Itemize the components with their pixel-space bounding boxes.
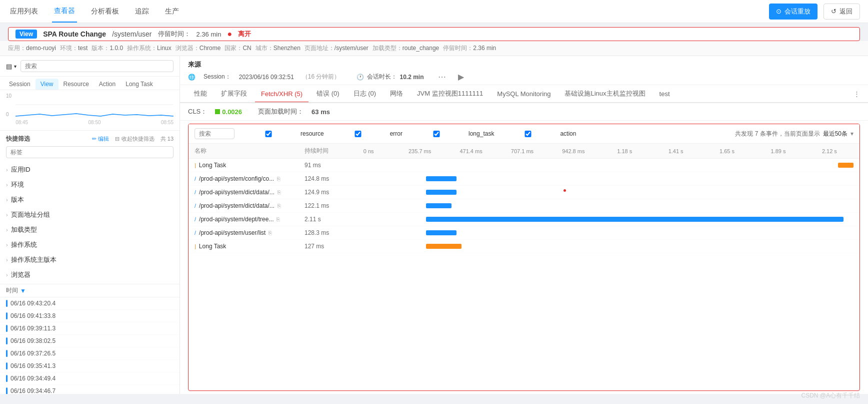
tab-test[interactable]: test	[654, 86, 676, 103]
play-icon[interactable]: ▶	[458, 72, 464, 82]
time-bar-indicator	[6, 312, 8, 319]
expand-icon: ›	[6, 272, 8, 278]
tab-view[interactable]: View	[36, 79, 58, 90]
row-duration: 91 ms	[304, 162, 344, 169]
copy-icon[interactable]: ⎘	[268, 230, 272, 236]
filter-item-os[interactable]: › 操作系统	[0, 237, 180, 252]
table-row[interactable]: / /prod-api/system/config/co... ⎘ 124.8 …	[188, 172, 860, 186]
row-timeline	[344, 175, 854, 183]
table-row[interactable]: / /prod-api/system/dept/tree... ⎘ 2.11 s	[188, 213, 860, 226]
route-change-bar: View SPA Route Change /system/user 停留时间：…	[8, 27, 860, 41]
timeline-bar	[838, 163, 854, 168]
tab-fetch-xhr[interactable]: Fetch/XHR (5)	[255, 86, 308, 103]
tab-session[interactable]: Session	[4, 79, 36, 90]
back-button[interactable]: ↺ 返回	[824, 4, 860, 20]
filter-item-version[interactable]: › 版本	[0, 192, 180, 207]
checkbox-long-task[interactable]: long_task	[406, 130, 494, 137]
nav-viewer[interactable]: 查看器	[52, 1, 77, 23]
sort-icon: ▼	[20, 287, 26, 294]
copy-icon[interactable]: ⎘	[277, 176, 280, 182]
table-row[interactable]: | Long Task 91 ms	[188, 159, 860, 172]
nav-analysis[interactable]: 分析看板	[89, 1, 121, 22]
time-row[interactable]: 06/16 09:41:33.8	[0, 310, 180, 322]
row-name-text: /prod-api/system/config/co...	[199, 175, 274, 182]
tab-infra[interactable]: 基础设施Linux主机监控视图	[558, 85, 651, 103]
checkbox-resource[interactable]: resource	[238, 130, 324, 137]
table-row[interactable]: / /prod-api/system/dict/data/... ⎘ 122.1…	[188, 199, 860, 213]
row-name: / /prod-api/system/dict/data/... ⎘	[194, 189, 304, 196]
left-search-input[interactable]	[20, 60, 174, 72]
time-row[interactable]: 06/16 09:34:46.7	[0, 385, 180, 394]
checkbox-long-task-input[interactable]	[406, 131, 466, 137]
tab-logs[interactable]: 日志 (0)	[348, 85, 382, 103]
collapse-icon: ⊟	[115, 136, 120, 142]
tab-extended-fields[interactable]: 扩展字段	[215, 85, 253, 103]
route-duration-value: 2.36 min	[196, 31, 222, 38]
checkbox-error[interactable]: error	[328, 130, 402, 137]
tab-overflow-dropdown[interactable]: ⋮	[854, 90, 860, 98]
tag-search-input[interactable]	[6, 146, 174, 158]
time-list-header[interactable]: 时间 ▼	[0, 284, 180, 297]
time-row[interactable]: 06/16 09:39:11.3	[0, 322, 180, 335]
time-row[interactable]: 06/16 09:38:02.5	[0, 335, 180, 347]
col-header-duration: 持续时间	[304, 147, 344, 155]
nav-trace[interactable]: 追踪	[133, 1, 151, 22]
timeline-label-3: 707.1 ms	[498, 148, 546, 154]
row-name-text: Long Task	[199, 162, 226, 169]
tab-jvm[interactable]: JVM 监控视图1111111	[411, 85, 489, 103]
time-row[interactable]: 06/16 09:43:20.4	[0, 297, 180, 310]
events-search-input[interactable]	[194, 128, 234, 139]
copy-icon[interactable]: ⎘	[276, 216, 280, 222]
nav-extra[interactable]: 生产	[163, 1, 181, 22]
table-row[interactable]: / /prod-api/system/dict/data/... ⎘ 124.9…	[188, 186, 860, 199]
filter-dropdown-icon[interactable]: ▤ ▾	[6, 63, 16, 70]
filter-item-app-id[interactable]: › 应用ID	[0, 162, 180, 177]
filter-item-browser[interactable]: › 浏览器	[0, 267, 180, 282]
row-name: / /prod-api/system/dict/data/... ⎘	[194, 202, 304, 209]
info-app: 应用：demo-ruoyi	[8, 44, 56, 53]
time-row[interactable]: 06/16 09:34:49.4	[0, 372, 180, 385]
duration-value: 10.2 min	[400, 74, 424, 81]
summary-dropdown-icon[interactable]: ▾	[850, 130, 854, 137]
checkbox-resource-label: resource	[300, 130, 324, 137]
tab-errors[interactable]: 错误 (0)	[310, 85, 346, 103]
tab-resource[interactable]: Resource	[58, 79, 94, 90]
checkbox-error-label: error	[390, 130, 402, 137]
tab-network[interactable]: 网络	[384, 85, 409, 103]
more-options-icon[interactable]: ⋯	[438, 72, 446, 82]
filter-item-page-group[interactable]: › 页面地址分组	[0, 207, 180, 222]
type-indicator: /	[194, 216, 196, 222]
table-row[interactable]: / /prod-api/system/user/list ⎘ 128.3 ms	[188, 226, 860, 240]
tab-action[interactable]: Action	[94, 79, 120, 90]
time-row[interactable]: 06/16 09:35:41.3	[0, 360, 180, 372]
checkbox-action[interactable]: action	[498, 130, 576, 137]
row-name: / /prod-api/system/user/list ⎘	[194, 229, 304, 236]
filter-item-env[interactable]: › 环境	[0, 177, 180, 192]
time-row[interactable]: 06/16 09:37:26.5	[0, 347, 180, 360]
copy-icon[interactable]: ⎘	[278, 203, 281, 209]
edit-filter-button[interactable]: ✏ 编辑	[92, 135, 109, 143]
row-name-text: /prod-api/system/dept/tree...	[199, 216, 274, 223]
row-duration: 128.3 ms	[304, 229, 344, 236]
checkbox-action-input[interactable]	[498, 131, 558, 137]
filter-item-os-version[interactable]: › 操作系统主版本	[0, 252, 180, 267]
row-timeline	[344, 242, 854, 250]
tab-mysql[interactable]: MySQL Monitoring	[491, 86, 556, 103]
copy-icon[interactable]: ⎘	[278, 189, 281, 195]
timeline-label-0: 0 ns	[344, 148, 392, 154]
status-dot: ●	[227, 30, 232, 39]
collapse-filter-button[interactable]: ⊟ 收起快捷筛选	[115, 135, 154, 143]
tab-performance[interactable]: 性能	[188, 85, 213, 103]
checkbox-resource-input[interactable]	[238, 131, 298, 137]
filter-item-load-type[interactable]: › 加载类型	[0, 222, 180, 237]
main-layout: ▤ ▾ Session View Resource Action Long Ta…	[0, 56, 868, 394]
nav-app-list[interactable]: 应用列表	[8, 1, 40, 22]
checkbox-error-input[interactable]	[328, 131, 388, 137]
row-name: / /prod-api/system/dept/tree... ⎘	[194, 216, 304, 223]
tab-long-task[interactable]: Long Task	[120, 79, 158, 90]
row-timeline	[344, 188, 854, 196]
table-row[interactable]: | Long Task 127 ms	[188, 240, 860, 253]
summary-text: 共发现 7 条事件，当前页面显示	[735, 130, 820, 138]
replay-button[interactable]: ⊙ 会话重放	[769, 4, 818, 20]
type-indicator: |	[194, 162, 196, 168]
